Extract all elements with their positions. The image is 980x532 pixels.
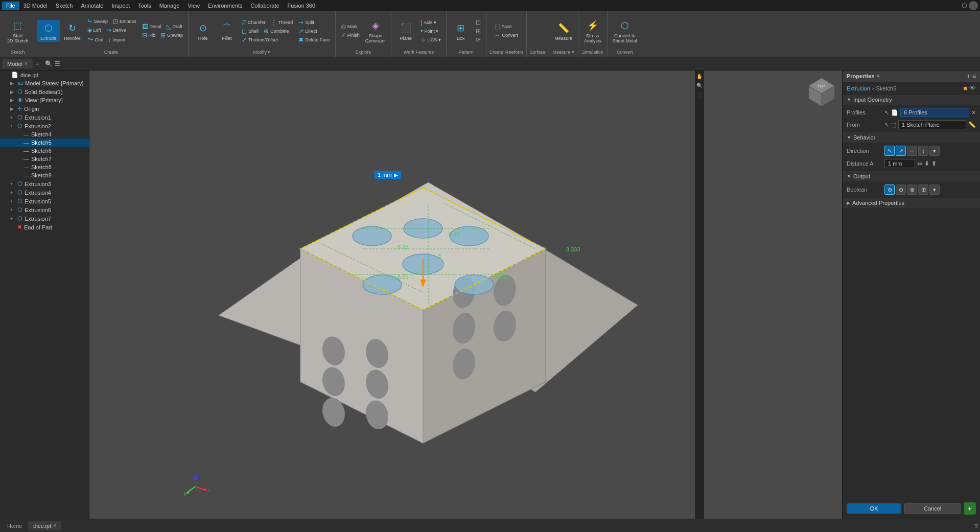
home-tab[interactable]: Home bbox=[2, 521, 27, 530]
tool-coil[interactable]: 〜 Coil bbox=[85, 35, 105, 44]
ok-button[interactable]: OK bbox=[847, 503, 901, 514]
section-input-geometry[interactable]: ▼ Input Geometry bbox=[843, 95, 980, 105]
tool-loft[interactable]: ◈ Loft bbox=[85, 26, 103, 34]
menu-collaborate[interactable]: Collaborate bbox=[246, 2, 283, 10]
list-icon[interactable]: ☰ bbox=[55, 60, 60, 67]
bottom-tab-file[interactable]: dice.ipt × bbox=[28, 521, 61, 530]
bool-icon-3[interactable]: ⊗ bbox=[907, 184, 917, 195]
tool-finish[interactable]: ✓ Finish bbox=[339, 31, 362, 39]
bool-dropdown[interactable]: ▾ bbox=[929, 184, 940, 195]
cancel-button[interactable]: Cancel bbox=[904, 503, 960, 514]
tool-shell[interactable]: ◻ Shell bbox=[240, 27, 261, 35]
tool-measure[interactable]: 📏 Measure bbox=[552, 20, 575, 42]
tool-rib[interactable]: ⊟ Rib bbox=[140, 31, 158, 39]
tool-extrude[interactable]: ⬡ Extrude bbox=[37, 20, 60, 42]
menu-view[interactable]: View bbox=[183, 2, 204, 10]
bottom-tab-close[interactable]: × bbox=[53, 523, 56, 528]
dist-icon-3[interactable]: ⬆ bbox=[931, 160, 937, 167]
breadcrumb-icon-eye[interactable]: 👁 bbox=[969, 84, 976, 92]
menu-file[interactable]: File bbox=[2, 2, 19, 10]
section-advanced[interactable]: ▶ Advanced Properties bbox=[843, 198, 980, 208]
tree-item-extrusion7[interactable]: + ⬡ Extrusion7 bbox=[0, 214, 89, 223]
navigation-cube[interactable]: TOP bbox=[806, 76, 837, 106]
tool-pattern-1[interactable]: ⊡ bbox=[474, 18, 483, 27]
menu-environments[interactable]: Environments bbox=[204, 2, 246, 10]
viewport[interactable]: 6.25 5 9.333 8.333 6.25 6.25 1 mm ▶ bbox=[89, 71, 842, 519]
dir-icon-1[interactable]: ↖ bbox=[884, 146, 895, 156]
tree-item-modelstates[interactable]: ▶ 🏷 Model States: [Primary] bbox=[0, 79, 89, 87]
tool-split[interactable]: ⊸ Split bbox=[296, 18, 316, 27]
tree-item-solidbodies[interactable]: ▶ ⬡ Solid Bodies(1) bbox=[0, 87, 89, 96]
tool-chamfer[interactable]: ◸ Chamfer bbox=[240, 18, 268, 27]
menu-3dmodel[interactable]: 3D Model bbox=[19, 2, 52, 10]
dim-arrow[interactable]: ▶ bbox=[394, 172, 398, 178]
tree-item-sketch7[interactable]: — Sketch7 bbox=[0, 155, 89, 163]
tree-item-extrusion1[interactable]: + ⬡ Extrusion1 bbox=[0, 113, 89, 122]
dir-icon-3[interactable]: ↔ bbox=[907, 146, 917, 156]
tree-item-end-of-part[interactable]: ✖ End of Part bbox=[0, 223, 89, 232]
menu-manage[interactable]: Manage bbox=[155, 2, 184, 10]
tool-revolve[interactable]: ↻ Revolve bbox=[61, 20, 84, 42]
menu-annotate[interactable]: Annotate bbox=[77, 2, 107, 10]
tool-ucs[interactable]: ⊹ UCS ▾ bbox=[418, 36, 443, 44]
menu-inspect[interactable]: Inspect bbox=[108, 2, 134, 10]
tool-axis[interactable]: | Axis ▾ bbox=[418, 18, 438, 27]
tree-item-extrusion5[interactable]: + ⬡ Extrusion5 bbox=[0, 197, 89, 205]
tool-direct[interactable]: ↗ Direct bbox=[296, 27, 319, 35]
tree-item-extrusion2[interactable]: + ⬡ Extrusion2 bbox=[0, 122, 89, 130]
dir-dropdown[interactable]: ▾ bbox=[929, 146, 940, 156]
menu-fusion360[interactable]: Fusion 360 bbox=[284, 2, 319, 10]
tool-pattern-3[interactable]: ⟳ bbox=[474, 36, 483, 44]
menu-tools[interactable]: Tools bbox=[134, 2, 155, 10]
tool-mark[interactable]: ◎ Mark bbox=[339, 22, 360, 31]
tool-import[interactable]: ↓ Import bbox=[106, 36, 128, 44]
tree-item-extrusion3[interactable]: + ⬡ Extrusion3 bbox=[0, 179, 89, 188]
user-avatar[interactable] bbox=[969, 1, 978, 10]
tree-item-sketch6[interactable]: — Sketch6 bbox=[0, 147, 89, 155]
dimension-popup[interactable]: 1 mm ▶ bbox=[375, 171, 401, 179]
from-ruler[interactable]: 📏 bbox=[968, 121, 976, 128]
dist-icon-1[interactable]: ⇔ bbox=[917, 160, 922, 167]
tree-item-sketch9[interactable]: — Sketch9 bbox=[0, 171, 89, 179]
edge-icon-2[interactable]: 🔍 bbox=[695, 82, 704, 89]
tree-item-sketch5[interactable]: — Sketch5 bbox=[0, 138, 89, 147]
edge-icon-1[interactable]: ✋ bbox=[695, 73, 704, 80]
tab-add[interactable]: + bbox=[33, 60, 42, 68]
tool-draft[interactable]: ◺ Draft bbox=[165, 22, 185, 31]
tree-item-diceipt[interactable]: 📄 dice.ipt bbox=[0, 71, 89, 79]
tool-unwrap[interactable]: ⊞ Unwrap bbox=[158, 31, 185, 39]
tree-item-origin[interactable]: ▶ ⊹ Origin bbox=[0, 104, 89, 113]
dist-icon-2[interactable]: ⬇ bbox=[924, 160, 929, 167]
tree-item-sketch8[interactable]: — Sketch8 bbox=[0, 163, 89, 171]
search-icon[interactable]: 🔍 bbox=[45, 60, 53, 67]
menu-sketch[interactable]: Sketch bbox=[52, 2, 77, 10]
tool-sweep[interactable]: ⤷ Sweep bbox=[85, 17, 110, 26]
section-output[interactable]: ▼ Output bbox=[843, 171, 980, 181]
tool-convert[interactable]: ↔ Convert bbox=[493, 31, 521, 39]
tab-model-close[interactable]: × bbox=[25, 61, 28, 66]
profiles-clear[interactable]: ✕ bbox=[971, 109, 976, 116]
tool-point[interactable]: • Point ▾ bbox=[418, 27, 440, 35]
tool-shape-generator[interactable]: ◈ ShapeGenerator bbox=[363, 17, 388, 45]
edge-icon-3[interactable]: ⬚ bbox=[696, 91, 703, 99]
panel-close-btn[interactable]: × bbox=[876, 73, 880, 80]
tool-emboss[interactable]: ⊡ Emboss bbox=[111, 17, 138, 26]
bool-icon-2[interactable]: ⊖ bbox=[896, 184, 906, 195]
profiles-value[interactable]: 6 Profiles bbox=[900, 108, 969, 117]
tool-convert-sheet-metal[interactable]: ⬡ Convert toSheet Metal bbox=[611, 17, 639, 45]
tree-item-view[interactable]: ▶ 👁 View: [Primary] bbox=[0, 96, 89, 104]
dir-icon-4[interactable]: ↕ bbox=[918, 146, 928, 156]
tool-decal[interactable]: 🖼 Decal bbox=[140, 22, 164, 31]
tool-fillet[interactable]: ⌒ Fillet bbox=[216, 20, 238, 42]
tool-thread[interactable]: ⋮ Thread bbox=[269, 18, 295, 27]
tool-plane[interactable]: ⬛ Plane bbox=[394, 20, 417, 42]
tool-derive[interactable]: ⇒ Derive bbox=[104, 26, 128, 34]
tool-start-2d-sketch[interactable]: ⬚ Start2D Sketch bbox=[5, 13, 31, 49]
bottom-right-icon[interactable]: ≡ bbox=[974, 522, 978, 529]
section-behavior[interactable]: ▼ Behavior bbox=[843, 132, 980, 143]
tool-stress-analysis[interactable]: ⚡ StressAnalysis bbox=[581, 17, 604, 45]
menu-icon-1[interactable]: ⬡ bbox=[962, 2, 967, 9]
tree-item-sketch4[interactable]: — Sketch4 bbox=[0, 130, 89, 138]
tool-pattern-2[interactable]: ⊞ bbox=[474, 27, 483, 35]
tool-hole[interactable]: ⊙ Hole bbox=[192, 20, 214, 42]
